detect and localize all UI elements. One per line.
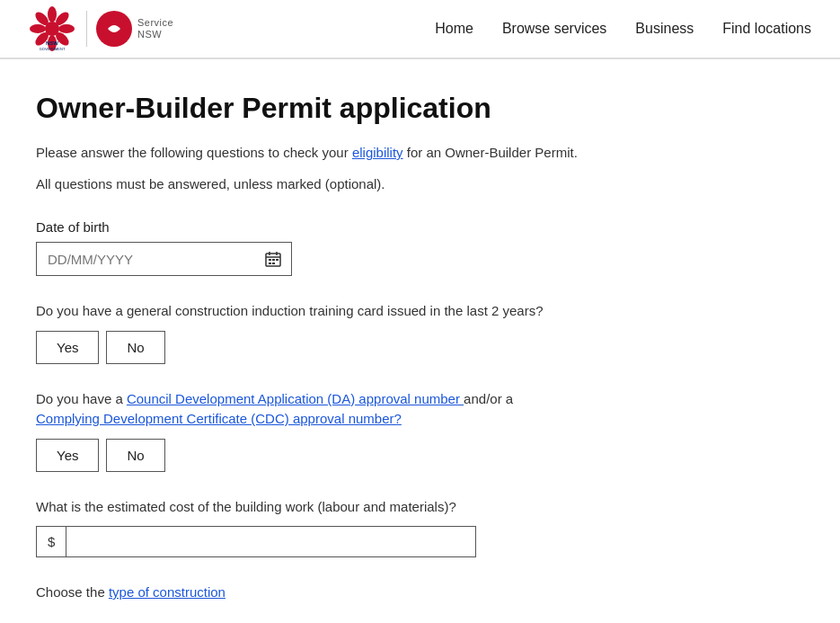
date-of-birth-label: Date of birth [36,219,773,235]
svg-point-9 [46,22,58,35]
nav-home[interactable]: Home [435,21,473,37]
svg-rect-18 [272,259,275,261]
calendar-icon [264,250,282,268]
svg-rect-20 [269,263,271,264]
eligibility-link[interactable]: eligibility [352,145,403,160]
training-card-section: Do you have a general construction induc… [36,301,773,364]
cost-input-wrapper: $ [36,526,476,557]
nav-business[interactable]: Business [635,21,694,37]
nsw-label: NSW [137,29,173,40]
intro-paragraph: Please answer the following questions to… [36,143,773,164]
svg-text:GOVERNMENT: GOVERNMENT [40,47,66,51]
council-da-section: Do you have a Council Development Applic… [36,389,773,472]
optional-note: All questions must be answered, unless m… [36,174,773,195]
construction-type-link[interactable]: type of construction [109,584,225,600]
nsw-government-logo: NSW GOVERNMENT [29,5,75,52]
council-da-no-button[interactable]: No [106,439,164,472]
nav-find-locations[interactable]: Find locations [722,21,811,37]
svg-rect-19 [276,259,279,261]
construction-type-section: Choose the type of construction [36,583,773,603]
training-card-yes-button[interactable]: Yes [36,331,99,364]
site-header: NSW GOVERNMENT Service NSW Home Browse s… [0,0,840,58]
svg-point-3 [58,24,75,33]
service-nsw-circle [96,11,132,47]
service-nsw-logo: Service NSW [86,11,173,47]
main-content: Owner-Builder Permit application Please … [0,59,809,623]
council-question-part1: Do you have a [36,391,127,406]
nav-browse-services[interactable]: Browse services [502,21,606,37]
choose-construction-text: Choose the type of construction [36,583,773,603]
choose-text-part1: Choose the [36,584,109,600]
service-label: Service [137,17,173,29]
svg-point-1 [48,6,57,22]
date-of-birth-input[interactable] [36,242,255,276]
cost-input[interactable] [66,527,475,556]
intro-text-part1: Please answer the following questions to… [36,145,352,160]
training-card-question: Do you have a general construction induc… [36,301,773,322]
council-da-yn-group: Yes No [36,439,773,472]
dollar-prefix: $ [37,527,66,556]
date-of-birth-section: Date of birth [36,219,773,276]
page-title: Owner-Builder Permit application [36,92,773,125]
service-nsw-text: Service NSW [137,17,173,40]
date-input-wrapper [36,242,292,276]
council-question-part2: and/or a [464,391,513,406]
council-da-question: Do you have a Council Development Applic… [36,389,773,430]
calendar-button[interactable] [255,242,292,276]
main-nav: Home Browse services Business Find locat… [435,21,811,37]
logo-area: NSW GOVERNMENT Service NSW [29,5,173,52]
svg-rect-21 [272,263,275,264]
training-card-yn-group: Yes No [36,331,773,364]
svg-text:NSW: NSW [46,40,58,46]
cdc-link[interactable]: Complying Development Certificate (CDC) … [36,411,402,426]
training-card-no-button[interactable]: No [106,331,164,364]
svg-rect-17 [269,259,271,261]
cost-question: What is the estimated cost of the buildi… [36,497,773,518]
estimated-cost-section: What is the estimated cost of the buildi… [36,497,773,558]
svg-point-7 [30,24,46,33]
council-da-link[interactable]: Council Development Application (DA) app… [127,391,464,406]
intro-text-part2: for an Owner-Builder Permit. [403,145,578,160]
council-da-yes-button[interactable]: Yes [36,439,99,472]
